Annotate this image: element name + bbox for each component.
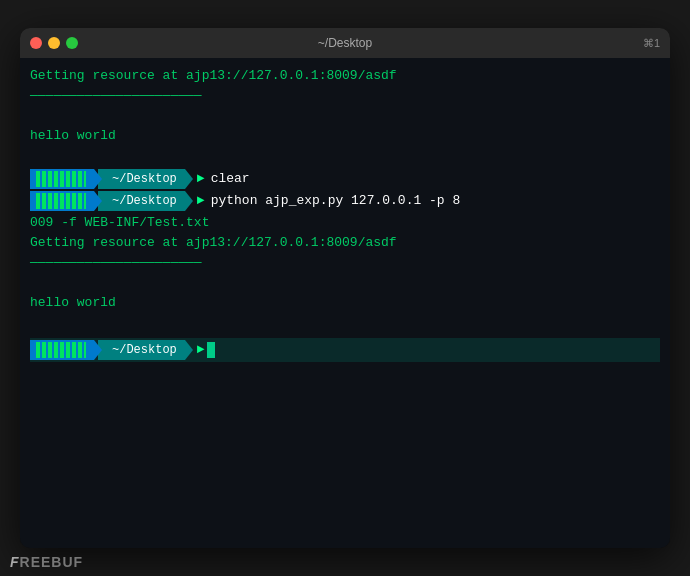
prompt-arrow-2: ►	[197, 191, 205, 211]
hello-world-2: hello world	[30, 293, 660, 313]
prompt-arrow-3: ►	[197, 340, 205, 360]
prompt-dir-3: ~/Desktop	[98, 340, 185, 360]
terminal-body[interactable]: Getting resource at ajp13://127.0.0.1:80…	[20, 58, 670, 548]
output-line-2: Getting resource at ajp13://127.0.0.1:80…	[30, 233, 660, 253]
close-button[interactable]	[30, 37, 42, 49]
prompt-arrow-1: ►	[197, 169, 205, 189]
cursor	[207, 342, 215, 358]
prompt-user-icon-3	[36, 342, 86, 358]
output-line-1: Getting resource at ajp13://127.0.0.1:80…	[30, 66, 660, 86]
window-shortcut: ⌘1	[643, 37, 660, 50]
prompt-command-2: python ajp_exp.py 127.0.0.1 -p 8	[211, 191, 461, 211]
watermark-text: REEBUF	[20, 554, 84, 570]
prompt-user-1	[30, 169, 94, 189]
titlebar: ~/Desktop ⌘1	[20, 28, 670, 58]
separator-line-2: ——————————————————————	[30, 253, 660, 273]
active-prompt-line[interactable]: ~/Desktop ►	[30, 338, 660, 362]
window-title: ~/Desktop	[318, 36, 372, 50]
prompt-user-3	[30, 340, 94, 360]
watermark-prefix: F	[10, 554, 20, 570]
watermark: FREEBUF	[10, 554, 83, 570]
prompt-user-icon-1	[36, 171, 86, 187]
prompt-command-1: clear	[211, 169, 250, 189]
separator-line-1: ——————————————————————	[30, 86, 660, 106]
terminal-window: ~/Desktop ⌘1 Getting resource at ajp13:/…	[20, 28, 670, 548]
prompt-user-2	[30, 191, 94, 211]
prompt-dir-1: ~/Desktop	[98, 169, 185, 189]
prompt-dir-2: ~/Desktop	[98, 191, 185, 211]
minimize-button[interactable]	[48, 37, 60, 49]
prompt-line-1: ~/Desktop ► clear	[30, 169, 660, 189]
maximize-button[interactable]	[66, 37, 78, 49]
python-command-wrap: 009 -f WEB-INF/Test.txt	[30, 213, 660, 233]
prompt-line-2: ~/Desktop ► python ajp_exp.py 127.0.0.1 …	[30, 191, 660, 211]
hello-world-1: hello world	[30, 126, 660, 146]
prompt-user-icon-2	[36, 193, 86, 209]
